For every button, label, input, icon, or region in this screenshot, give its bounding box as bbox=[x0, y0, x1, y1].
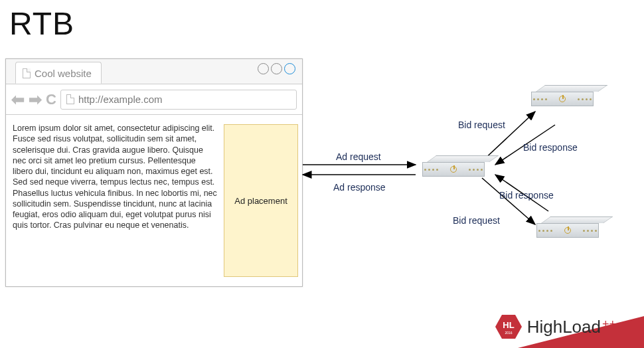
page-body-text: Lorem ipsum dolor sit amet, consectetur … bbox=[6, 115, 224, 286]
window-dot-icon bbox=[284, 63, 295, 74]
label-ad-request: Ad request bbox=[336, 151, 381, 162]
back-icon: ⬅ bbox=[11, 92, 25, 108]
browser-mock: Cool website ⬅ ➡ C http://example.com Lo… bbox=[5, 58, 303, 287]
brand-text: HighLoad++ bbox=[527, 317, 616, 337]
reload-icon: C bbox=[46, 91, 56, 108]
slide-title: RTB bbox=[9, 5, 74, 42]
window-dot-icon bbox=[271, 63, 282, 74]
browser-toolbar: ⬅ ➡ C http://example.com bbox=[6, 84, 302, 115]
highload-logo: HL 2016 HighLoad++ bbox=[495, 315, 616, 339]
forward-icon: ➡ bbox=[29, 92, 42, 108]
ad-placement: Ad placement bbox=[224, 124, 298, 277]
label-bid-response-bottom: Bid response bbox=[499, 190, 554, 201]
window-dot-icon bbox=[258, 63, 269, 74]
label-ad-response: Ad response bbox=[333, 182, 386, 193]
label-bid-response-top: Bid response bbox=[523, 142, 578, 153]
document-icon bbox=[23, 68, 31, 78]
label-bid-request-top: Bid request bbox=[458, 120, 505, 130]
server-ad-exchange bbox=[422, 162, 485, 186]
hexagon-icon: HL 2016 bbox=[495, 315, 522, 339]
browser-tab: Cool website bbox=[15, 62, 102, 84]
power-icon bbox=[564, 227, 571, 234]
server-bidder-top bbox=[531, 92, 594, 116]
label-bid-request-bottom: Bid request bbox=[453, 215, 500, 226]
power-icon bbox=[450, 166, 457, 173]
rtb-diagram: Ad request Ad response Bid request Bid r… bbox=[303, 58, 641, 287]
svg-text:2016: 2016 bbox=[505, 331, 512, 335]
document-icon bbox=[66, 94, 74, 104]
server-bidder-bottom bbox=[536, 223, 599, 247]
tab-title: Cool website bbox=[35, 68, 92, 79]
svg-text:HL: HL bbox=[503, 320, 514, 330]
power-icon bbox=[559, 96, 566, 102]
footer: HL 2016 HighLoad++ bbox=[0, 308, 644, 348]
browser-tab-bar: Cool website bbox=[6, 59, 302, 84]
url-text: http://example.com bbox=[78, 94, 163, 105]
window-controls bbox=[258, 63, 295, 74]
url-bar: http://example.com bbox=[60, 90, 297, 110]
browser-content: Lorem ipsum dolor sit amet, consectetur … bbox=[6, 115, 302, 286]
